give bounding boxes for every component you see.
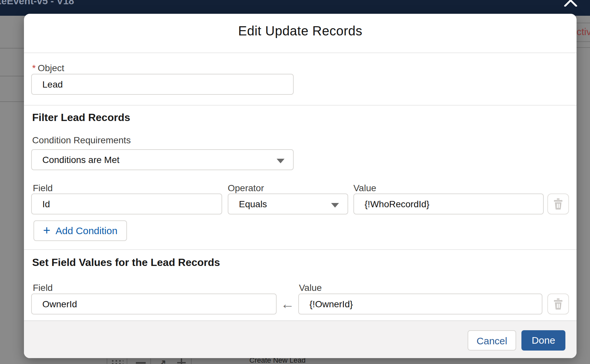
- plus-icon: +: [43, 225, 50, 235]
- background-divider: [0, 101, 24, 102]
- edit-update-records-modal: Edit Update Records *Object Lead Filter …: [24, 14, 577, 358]
- screen: teEvent-v5 - V18 ctiva ↗ Create New Lead…: [0, 0, 590, 364]
- set-values-value-column-label: Value: [299, 283, 322, 293]
- trash-icon: [553, 298, 563, 310]
- header-divider: [24, 52, 577, 53]
- object-input[interactable]: Lead: [31, 74, 294, 95]
- condition-requirements-value: Conditions are Met: [42, 155, 119, 165]
- set-values-field-input[interactable]: OwnerId: [31, 293, 277, 314]
- chevron-down-icon: [277, 159, 284, 163]
- flow-builder-header-bar: teEvent-v5 - V18: [0, 0, 590, 16]
- done-button[interactable]: Done: [521, 330, 565, 351]
- toolbar-separator: [127, 358, 127, 364]
- expand-arrow-icon[interactable]: ↗: [158, 357, 166, 364]
- set-values-field-column-label: Field: [33, 283, 53, 293]
- background-divider: [576, 47, 590, 48]
- filter-value-input[interactable]: {!WhoRecordId}: [353, 193, 544, 214]
- set-values-section-heading: Set Field Values for the Lead Records: [32, 256, 220, 269]
- required-asterisk: *: [32, 63, 36, 73]
- section-divider: [24, 249, 577, 250]
- background-divider: [576, 23, 590, 23]
- filter-operator-select[interactable]: Equals: [228, 193, 348, 214]
- close-icon[interactable]: [564, 0, 577, 7]
- add-condition-button[interactable]: + Add Condition: [33, 220, 127, 241]
- zoom-out-icon[interactable]: [136, 362, 146, 364]
- filter-section-heading: Filter Lead Records: [32, 111, 130, 124]
- modal-title: Edit Update Records: [24, 24, 577, 38]
- trash-icon: [553, 198, 563, 210]
- filter-value-column-label: Value: [353, 183, 376, 193]
- filter-operator-value: Equals: [239, 199, 267, 209]
- filter-operator-column-label: Operator: [228, 183, 264, 193]
- delete-condition-button[interactable]: [547, 193, 569, 214]
- delete-assignment-button[interactable]: [547, 293, 569, 314]
- background-divider: [576, 41, 590, 42]
- section-divider: [24, 105, 577, 106]
- toolbar-separator: [150, 358, 151, 364]
- condition-requirements-label: Condition Requirements: [32, 135, 131, 146]
- toolbar-separator: [107, 358, 107, 364]
- background-divider: [0, 48, 24, 49]
- cancel-button[interactable]: Cancel: [468, 330, 516, 351]
- add-condition-label: Add Condition: [55, 225, 117, 236]
- activate-button-partial[interactable]: ctiva: [577, 26, 590, 37]
- background-divider: [0, 76, 24, 76]
- filter-field-column-label: Field: [33, 183, 53, 193]
- toolbar-separator: [191, 358, 192, 364]
- zoom-in-icon-bar: [177, 362, 186, 363]
- object-label: *Object: [32, 63, 64, 73]
- flow-name-label: teEvent-v5 - V18: [0, 0, 74, 7]
- condition-requirements-select[interactable]: Conditions are Met: [31, 149, 294, 170]
- chevron-down-icon: [331, 203, 339, 208]
- set-values-value-input[interactable]: {!OwnerId}: [298, 293, 542, 314]
- drag-grid-icon[interactable]: [111, 359, 123, 364]
- filter-field-input[interactable]: Id: [31, 193, 222, 214]
- left-arrow-icon: ←: [281, 293, 294, 314]
- modal-footer: Cancel Done: [24, 320, 577, 358]
